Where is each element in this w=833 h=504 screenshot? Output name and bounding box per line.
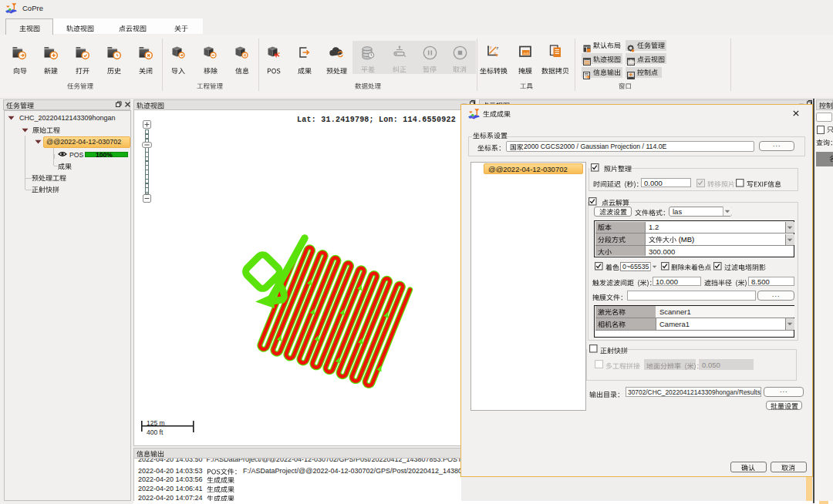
svg-text:z: z [497, 45, 499, 50]
svg-text:x: x [494, 51, 497, 55]
svg-text:y: y [490, 45, 492, 49]
